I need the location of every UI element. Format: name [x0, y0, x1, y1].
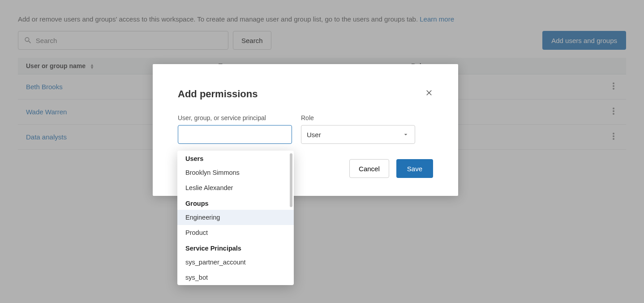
dropdown-item-group[interactable]: Engineering	[177, 210, 294, 225]
dropdown-item-sp[interactable]: sys_bot	[177, 270, 294, 285]
save-button[interactable]: Save	[396, 159, 433, 178]
cancel-button[interactable]: Cancel	[349, 159, 389, 178]
dropdown-section-users: Users	[177, 151, 294, 165]
role-label: Role	[301, 114, 415, 121]
dropdown-item-user[interactable]: Brooklyn Simmons	[177, 165, 294, 180]
principal-label: User, group, or service principal	[178, 114, 292, 121]
role-select-value: User	[307, 131, 321, 139]
dropdown-section-groups: Groups	[177, 195, 294, 210]
dropdown-item-user[interactable]: Leslie Alexander	[177, 180, 294, 195]
role-select[interactable]: User	[301, 125, 415, 144]
dropdown-item-sp[interactable]: sys_partner_account	[177, 255, 294, 270]
modal-title: Add permissions	[178, 88, 433, 100]
chevron-down-icon	[402, 131, 409, 138]
close-icon[interactable]	[425, 88, 433, 98]
dropdown-section-sp: Service Principals	[177, 240, 294, 255]
principal-input[interactable]	[178, 125, 292, 144]
dropdown-item-group[interactable]: Product	[177, 225, 294, 240]
principal-dropdown: Users Brooklyn Simmons Leslie Alexander …	[177, 151, 294, 285]
